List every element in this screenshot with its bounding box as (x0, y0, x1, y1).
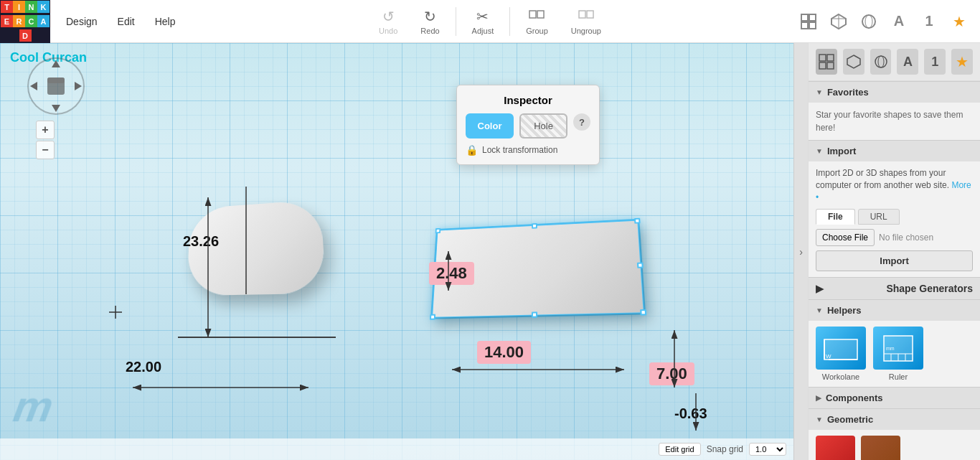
number-icon[interactable]: 1 (917, 9, 941, 34)
shapes-container: 22.00 23.26 2.48 14.00 7.00 -0.63 (0, 43, 793, 460)
redo-icon: ↻ (424, 8, 436, 25)
shape-gen-arrow: ▶ (816, 283, 824, 294)
handle-br[interactable] (640, 309, 646, 316)
sphere-panel-button[interactable] (870, 49, 892, 75)
text-panel-button[interactable]: A (897, 49, 918, 75)
text-icon[interactable]: A (887, 9, 911, 34)
dim-label-248: 2.48 (429, 262, 474, 285)
helpers-section-header[interactable]: ▼ Helpers (809, 299, 980, 321)
dim-label-1400: 14.00 (477, 341, 531, 364)
geometric-title: Geometric (827, 414, 873, 425)
svg-point-38 (878, 56, 884, 67)
geometric-shape-2[interactable] (861, 436, 900, 460)
svg-rect-3 (587, 11, 593, 18)
choose-file-row: Choose File No file chosen (816, 229, 973, 246)
box-view-button[interactable] (843, 49, 864, 75)
geometric-shape-1[interactable] (816, 436, 855, 460)
undo-button[interactable]: ↺ Undo (369, 5, 407, 38)
edit-grid-button[interactable]: Edit grid (659, 443, 700, 456)
group-icon (529, 7, 545, 25)
logo[interactable]: T I N K E R C A D (0, 0, 50, 43)
handle-mr[interactable] (637, 263, 644, 268)
snap-select[interactable]: 1.0 0.5 0.25 2.0 (749, 443, 786, 456)
import-arrow: ▼ (816, 147, 823, 155)
viewport[interactable]: Cool Curcan + − (0, 43, 793, 460)
handle-bm[interactable] (532, 311, 537, 317)
ungroup-button[interactable]: Ungroup (561, 4, 611, 38)
dim-label-2200: 22.00 (126, 359, 161, 375)
components-section-header[interactable]: ▶ Components (809, 387, 980, 408)
favorites-content: Star your favorite shapes to save them h… (809, 103, 980, 140)
inspector-popup: Inspector Color Hole ? 🔒 Lock transforma… (456, 85, 600, 165)
toolbar-sep-2 (509, 7, 510, 36)
svg-rect-7 (809, 22, 816, 29)
import-desc: Import 2D or 3D shapes from your compute… (816, 167, 973, 203)
geometric-section-header[interactable]: ▼ Geometric (809, 408, 980, 430)
helpers-title: Helpers (827, 305, 862, 316)
nav-help[interactable]: Help (145, 10, 186, 33)
favorites-desc: Star your favorite shapes to save them h… (816, 108, 973, 134)
snap-grid-label: Snap grid (707, 444, 743, 454)
ruler-icon: mm (873, 327, 923, 370)
svg-point-37 (875, 56, 887, 67)
import-section-header[interactable]: ▼ Import (809, 140, 980, 161)
handle-tr[interactable] (634, 218, 641, 224)
lock-label: Lock transformation (482, 145, 557, 155)
star-icon[interactable]: ★ (947, 9, 971, 34)
cube-view-icon[interactable] (826, 9, 851, 34)
help-button[interactable]: ? (573, 113, 590, 131)
logo-c: C (25, 15, 37, 27)
grid-view-icon[interactable] (796, 9, 821, 34)
favorites-title: Favorites (827, 87, 869, 98)
svg-text:W: W (826, 353, 831, 360)
workplane-card[interactable]: W Workolane (816, 327, 866, 381)
geometric-arrow: ▼ (816, 416, 823, 423)
components-arrow: ▶ (816, 394, 821, 402)
adjust-button[interactable]: ✂ Adjust (462, 5, 504, 38)
svg-point-11 (862, 15, 875, 28)
url-tab[interactable]: URL (858, 209, 900, 225)
svg-rect-1 (537, 11, 544, 18)
dimension-lines (0, 43, 793, 460)
import-button[interactable]: Import (816, 250, 973, 271)
star-panel-button[interactable]: ★ (951, 49, 973, 75)
main-area: Cool Curcan + − (0, 43, 980, 460)
lock-icon: 🔒 (466, 144, 478, 156)
svg-rect-5 (809, 14, 816, 21)
logo-d: D (19, 29, 32, 42)
hole-button[interactable]: Hole (519, 113, 567, 139)
grid-view-button[interactable] (816, 49, 837, 75)
svg-rect-2 (579, 11, 585, 18)
sphere-view-icon[interactable] (857, 9, 881, 34)
handle-tm[interactable] (532, 223, 537, 229)
nav-design[interactable]: Design (56, 10, 108, 33)
dim-label-700: 7.00 (649, 362, 694, 385)
handle-tl[interactable] (435, 228, 441, 233)
logo-i: I (13, 1, 25, 13)
undo-label: Undo (379, 27, 397, 35)
redo-button[interactable]: ↻ Redo (410, 5, 449, 38)
ruler-label: Ruler (889, 372, 908, 381)
color-button[interactable]: Color (466, 113, 514, 139)
favorites-section-header[interactable]: ▼ Favorites (809, 81, 980, 103)
svg-rect-0 (529, 11, 536, 18)
adjust-label: Adjust (472, 27, 494, 35)
svg-marker-36 (847, 55, 860, 68)
file-tab[interactable]: File (816, 209, 855, 225)
svg-point-12 (865, 15, 872, 28)
import-content: Import 2D or 3D shapes from your compute… (809, 161, 980, 277)
shape-generators-header[interactable]: ▶ Shape Generators (809, 277, 980, 299)
collapse-panel-button[interactable]: › (793, 43, 808, 460)
number-panel-button[interactable]: 1 (924, 49, 946, 75)
logo-r: R (13, 15, 25, 27)
components-title: Components (826, 393, 882, 403)
shape1[interactable] (178, 187, 321, 316)
nav-edit[interactable]: Edit (108, 10, 145, 33)
choose-file-button[interactable]: Choose File (816, 229, 875, 246)
handle-bl[interactable] (430, 314, 435, 320)
ungroup-icon (578, 7, 594, 25)
svg-rect-32 (819, 55, 826, 61)
logo-t: T (1, 1, 13, 13)
ruler-card[interactable]: mm Ruler (873, 327, 923, 381)
group-button[interactable]: Group (516, 4, 558, 38)
